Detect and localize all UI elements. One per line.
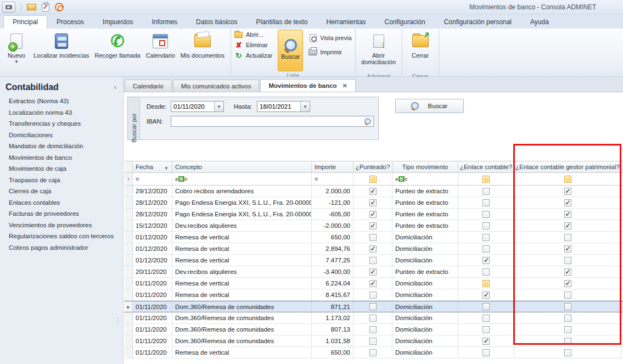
ribbon-tab-impuestos[interactable]: Impuestos	[93, 15, 142, 29]
punteado-checkbox[interactable]	[369, 349, 377, 356]
ribbon-tab-ayuda[interactable]: Ayuda	[521, 15, 558, 29]
punteado-checkbox[interactable]	[369, 292, 377, 299]
buscar-button[interactable]: Buscar	[395, 99, 464, 113]
column-header-enlace-contable[interactable]: ¿Enlace contable?	[458, 161, 514, 172]
table-row[interactable]: 20/11/2020Dev.recibos alquileres-3.400,0…	[125, 266, 623, 278]
eliminar-button[interactable]: ✘Eliminar	[234, 41, 272, 49]
iban-search-icon[interactable]	[364, 118, 372, 125]
enlace-contable-checkbox[interactable]	[482, 245, 490, 253]
enlace-gestor-checkbox[interactable]	[564, 292, 571, 299]
table-row[interactable]: 28/12/2020Pago Endesa Energia XXI, S.L.U…	[125, 197, 623, 209]
punteado-checkbox[interactable]	[369, 257, 377, 264]
sidebar-item-extractos-norma-43[interactable]: Extractos (Norma 43)	[0, 96, 123, 107]
table-row[interactable]: 15/12/2020Dev.recibos alquileres-2.000,0…	[125, 220, 623, 232]
column-header-tipo-movimiento[interactable]: Tipo movimiento	[392, 161, 458, 172]
vista-previa-button[interactable]: Vista previa	[308, 34, 351, 42]
punteado-checkbox[interactable]	[369, 222, 377, 229]
enlace-contable-checkbox[interactable]	[482, 234, 490, 241]
column-header-fecha[interactable]: Fecha▼	[133, 161, 172, 172]
tasks-check-icon[interactable]	[42, 3, 49, 12]
buscar-ribbon-button[interactable]: Buscar	[278, 30, 303, 71]
recoger-llamada-button[interactable]: ✆Recoger llamada	[92, 31, 143, 72]
table-row[interactable]: 01/12/2020Remesa de vertical2.894,76Domi…	[125, 243, 623, 255]
table-row[interactable]: 01/11/2020Remesa de vertical6.224,04Domi…	[125, 278, 623, 289]
ribbon-tab-informes[interactable]: Informes	[142, 15, 187, 29]
doc-tab-calendario[interactable]: Calendario	[125, 80, 172, 92]
filter-cell-concepto[interactable]: aBc	[172, 173, 312, 185]
table-row[interactable]: 29/12/2020Cobro recibos arrendadores2.00…	[125, 186, 623, 197]
enlace-contable-checkbox[interactable]	[482, 303, 490, 310]
enlace-gestor-checkbox[interactable]	[564, 199, 571, 206]
desde-dropdown-icon[interactable]: ▼	[214, 102, 223, 111]
punteado-checkbox[interactable]	[369, 245, 377, 253]
filter-cell-enlace-contable[interactable]	[458, 173, 514, 185]
punteado-checkbox[interactable]	[369, 326, 377, 333]
localizar-incidencias-button[interactable]: Localizar incidencias	[31, 31, 92, 72]
table-row[interactable]: 01/12/2020Remesa de vertical7.477,25Domi…	[125, 255, 623, 266]
broadcast-icon[interactable]	[55, 3, 64, 12]
enlace-contable-checkbox[interactable]	[482, 280, 490, 287]
ribbon-tab-configuracion-personal[interactable]: Configuración personal	[435, 15, 521, 29]
mis-documentos-button[interactable]: Mis documentos	[178, 31, 227, 72]
column-header-importe[interactable]: Importe	[312, 161, 353, 172]
enlace-contable-checkbox[interactable]	[482, 222, 490, 229]
mail-icon[interactable]	[27, 4, 36, 10]
table-row[interactable]: 01/12/2020Remesa de vertical650,00Domici…	[125, 232, 623, 243]
ribbon-tab-procesos[interactable]: Procesos	[47, 15, 93, 29]
sidebar-item-traspasos-de-caja[interactable]: Traspasos de caja	[0, 175, 123, 186]
enlace-gestor-checkbox[interactable]	[564, 245, 571, 253]
sidebar-item-domiciliaciones[interactable]: Domiciliaciones	[0, 130, 123, 141]
enlace-contable-checkbox[interactable]	[482, 188, 490, 195]
enlace-gestor-checkbox[interactable]	[564, 257, 571, 264]
punteado-checkbox[interactable]	[369, 280, 377, 287]
column-header-punteado[interactable]: ¿Punteado?	[353, 161, 392, 172]
sidebar-item-movimientos-de-caja[interactable]: Movimientos de caja	[0, 163, 123, 175]
filter-cell-punteado[interactable]	[353, 173, 392, 185]
nuevo-button[interactable]: Nuevo▼	[2, 31, 31, 72]
enlace-contable-checkbox[interactable]	[482, 268, 490, 276]
sidebar-collapse-chevron-icon[interactable]: ‹	[112, 83, 119, 91]
ribbon-tab-datos-basicos[interactable]: Datos básicos	[187, 15, 246, 29]
enlace-gestor-checkbox[interactable]	[564, 303, 571, 310]
abrir-domiciliacion-button[interactable]: Abrir domiciliación	[358, 31, 400, 72]
enlace-gestor-checkbox[interactable]	[564, 349, 571, 356]
enlace-contable-checkbox[interactable]	[482, 292, 490, 299]
enlace-gestor-checkbox[interactable]	[564, 268, 571, 276]
punteado-checkbox[interactable]	[369, 199, 377, 206]
table-row[interactable]: 01/11/2020Remesa de vertical8.415,67Domi…	[125, 289, 623, 301]
hasta-input[interactable]	[257, 102, 300, 111]
table-row[interactable]: 01/11/2020Remesa de vertical650,00Domici…	[125, 347, 623, 359]
actualizar-button[interactable]: ↻Actualizar	[234, 52, 272, 59]
sidebar-item-facturas-de-proveedores[interactable]: Facturas de proveedores	[0, 208, 123, 220]
imprimir-button[interactable]: Imprimir	[308, 48, 351, 56]
table-row[interactable]: 01/11/2020Dom.360/Remesa de comunidades1…	[125, 335, 623, 347]
close-tab-icon[interactable]: ✕	[342, 82, 347, 89]
filter-cell-tipo-movimiento[interactable]: aBc	[392, 173, 458, 185]
ribbon-tab-plantillas-de-texto[interactable]: Plantillas de texto	[246, 15, 317, 29]
column-header-concepto[interactable]: Concepto	[172, 161, 312, 172]
doc-tab-movimientos-de-banco[interactable]: Movimientos de banco✕	[260, 79, 355, 92]
cerrar-button[interactable]: Cerrar	[405, 31, 436, 72]
table-row[interactable]: 01/11/2020Dom.360/Remesa de comunidades1…	[125, 312, 623, 324]
punteado-checkbox[interactable]	[369, 211, 377, 218]
sidebar-item-cierres-de-caja[interactable]: Cierres de caja	[0, 186, 123, 197]
checkbox-filter-icon[interactable]	[369, 176, 377, 183]
enlace-contable-checkbox[interactable]	[482, 315, 490, 322]
sidebar-item-cobros-pagos-administrador[interactable]: Cobros pagos administrador	[0, 242, 123, 254]
app-menu-icon[interactable]	[2, 2, 15, 13]
sidebar-item-vencimientos-de-proveedores[interactable]: Vencimientos de proveedores	[0, 220, 123, 231]
sidebar-item-localizacion-norma-43[interactable]: Localización norma 43	[0, 107, 123, 119]
abrir-button[interactable]: Abrir...	[234, 31, 272, 38]
sidebar-item-enlaces-contables[interactable]: Enlaces contables	[0, 197, 123, 209]
sidebar-item-regularizaciones-saldos-con-terceros[interactable]: Regularizaciones saldos con terceros	[0, 231, 123, 242]
enlace-contable-checkbox[interactable]	[482, 257, 490, 264]
splitter-handle[interactable]: ····	[117, 316, 119, 325]
enlace-gestor-checkbox[interactable]	[564, 222, 571, 229]
table-row[interactable]: 01/11/2020Dom.360/Remesa de comunidades8…	[125, 324, 623, 335]
enlace-contable-checkbox[interactable]	[482, 326, 490, 333]
table-row[interactable]: ▸01/11/2020Dom.360/Remesa de comunidades…	[125, 301, 623, 312]
enlace-gestor-checkbox[interactable]	[564, 234, 571, 241]
ribbon-tab-configuracion[interactable]: Configuración	[375, 15, 435, 29]
table-row[interactable]: 28/12/2020Pago Endesa Energia XXI, S.L.U…	[125, 209, 623, 220]
sidebar-item-mandatos-de-domiciliacion[interactable]: Mandatos de domiciliación	[0, 141, 123, 152]
